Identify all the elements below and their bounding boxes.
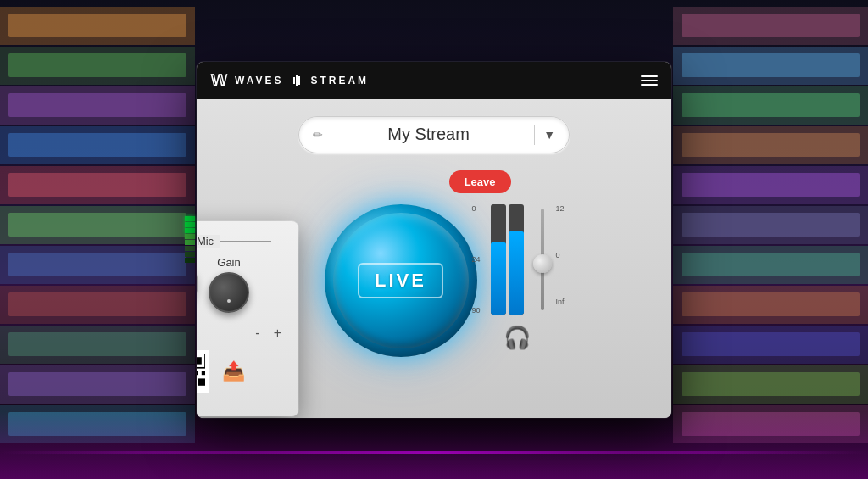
logo-waves-text: WAVES [235,75,283,86]
gain-knob[interactable] [209,272,249,313]
gain-label: Gain [217,256,240,269]
gain-minus-button[interactable]: - [252,324,263,343]
meter-fill-2 [509,231,524,315]
meter-bar-1 [491,204,506,315]
menu-line-3 [641,84,658,86]
live-button-label: LIVE [358,263,443,298]
dual-meter-bars [491,204,524,315]
stream-name-container[interactable]: ✏ My Stream ▼ [298,116,570,153]
meter-bar-2 [509,204,524,315]
mic-controls-row: 🎤 Gain [197,256,285,313]
scale-24: 24 [472,255,481,264]
qr-code [197,350,209,393]
gain-dot [227,299,231,303]
mic-panel: Mic 🎤 Gain [197,221,298,416]
slider-scale-0: 0 [556,251,565,259]
daw-left-panel [0,0,195,479]
plugin-body: ✏ My Stream ▼ Mic 🎤 [197,99,671,418]
volume-slider[interactable]: 12 0 Inf [541,204,544,310]
level-meters: 0 24 90 [491,204,524,315]
share-icon[interactable]: 📤 [222,360,245,382]
slider-thumb[interactable] [533,254,552,273]
menu-line-1 [641,75,658,77]
svg-rect-8 [201,371,204,375]
slider-track[interactable] [541,209,544,310]
stream-name-text: My Stream [331,125,526,144]
mic-label-row: Mic [197,235,285,248]
divider [534,125,535,145]
live-button-inner: LIVE [333,213,469,348]
right-controls: 0 24 90 [491,204,544,351]
pencil-icon: ✏ [313,128,323,142]
logo-stream-text: STREAM [310,75,369,86]
bottom-row: 📤 [197,350,285,393]
gain-plus-button[interactable]: + [270,324,285,343]
meter-fill-1 [491,242,506,315]
slider-scale-labels: 12 0 Inf [556,204,565,306]
stream-bars-icon [293,75,300,86]
scale-0: 0 [472,204,481,213]
slider-scale-12: 12 [556,204,565,213]
headphones-icon: 🎧 [504,325,531,351]
menu-line-2 [641,80,658,81]
live-button[interactable]: LIVE [325,204,477,357]
app-logo: 𝕎 WAVES STREAM [210,71,369,89]
meters-slider-group: 0 24 90 [491,204,544,315]
svg-rect-11 [198,378,204,385]
slider-scale-inf: Inf [556,298,565,306]
headphones-container[interactable]: 🎧 [491,325,544,351]
gain-adjust: - + [252,324,285,343]
scale-90: 90 [472,306,481,315]
leave-button[interactable]: Leave [449,170,511,193]
mic-button[interactable]: 🎤 [197,257,198,311]
gain-section: Gain [209,256,249,313]
mic-bottom-row: 🔒 - + [197,323,285,343]
svg-rect-7 [197,371,198,375]
plugin-window: 𝕎 WAVES STREAM ✏ My Stream ▼ [197,62,671,418]
meter-scale-labels: 0 24 90 [472,204,481,315]
daw-right-panel [673,0,868,479]
chevron-down-icon[interactable]: ▼ [543,128,555,142]
svg-rect-3 [197,357,201,364]
mic-label-text: Mic [197,235,220,248]
menu-button[interactable] [641,75,658,86]
waves-logo-icon: 𝕎 [210,71,228,89]
live-button-container: Leave LIVE [325,179,477,357]
title-bar: 𝕎 WAVES STREAM [197,62,671,99]
